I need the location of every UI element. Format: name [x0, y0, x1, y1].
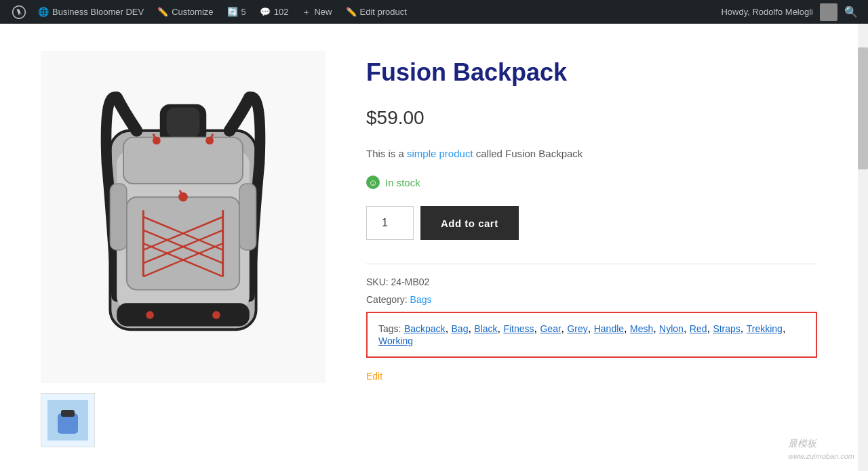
new-label: New — [314, 7, 332, 17]
product-sku: SKU: 24-MB02 — [366, 277, 817, 287]
tag-link[interactable]: Bag — [452, 323, 469, 334]
customize-item[interactable]: ✏️ Customize — [151, 0, 220, 24]
description-link[interactable]: simple product — [407, 148, 473, 159]
meta-divider — [366, 264, 817, 264]
tag-link[interactable]: Handle — [594, 323, 624, 334]
svg-rect-5 — [123, 138, 243, 184]
edit-product-item[interactable]: ✏️ Edit product — [339, 0, 414, 24]
edit-icon: ✏️ — [346, 7, 357, 17]
tags-label: Tags: — [378, 323, 401, 334]
product-image-svg — [54, 64, 312, 369]
howdy-text: Howdy, Rodolfo Melogli — [721, 7, 813, 17]
tag-link[interactable]: Nylon — [659, 323, 684, 334]
tag-link[interactable]: Grey — [567, 323, 587, 334]
new-item[interactable]: ＋ New — [295, 0, 338, 24]
site-name-item[interactable]: 🌐 Business Bloomer DEV — [31, 0, 151, 24]
wordpress-logo[interactable] — [7, 0, 31, 24]
tags-box: Tags: Backpack, Bag, Black, Fitness, Gea… — [366, 312, 817, 358]
edit-product-label: Edit product — [360, 7, 407, 17]
tag-link[interactable]: Red — [690, 323, 707, 334]
category-link[interactable]: Bags — [410, 294, 432, 305]
tag-link[interactable]: Trekking — [747, 323, 783, 334]
scrollbar-thumb[interactable] — [858, 47, 868, 169]
in-stock-icon: ☺ — [366, 176, 380, 189]
sku-value: 24-MB02 — [391, 277, 430, 287]
product-description: This is a simple product called Fusion B… — [366, 146, 817, 162]
tags-container: Backpack, Bag, Black, Fitness, Gear, Gre… — [378, 323, 785, 346]
svg-rect-15 — [117, 303, 250, 326]
product-details-column: Fusion Backpack $59.00 This is a simple … — [366, 51, 817, 447]
comments-item[interactable]: 💬 102 — [253, 0, 296, 24]
svg-point-17 — [212, 311, 220, 319]
add-to-cart-row: Add to cart — [366, 206, 817, 240]
tag-link[interactable]: Backpack — [404, 323, 446, 334]
svg-rect-14 — [239, 184, 256, 250]
product-price: $59.00 — [366, 107, 817, 129]
svg-rect-3 — [167, 108, 200, 138]
tag-link[interactable]: Gear — [540, 323, 561, 334]
product-category: Category: Bags — [366, 294, 817, 305]
edit-link[interactable]: Edit — [366, 371, 382, 382]
tag-link[interactable]: Fitness — [503, 323, 534, 334]
svg-point-16 — [146, 311, 154, 319]
customize-label: Customize — [172, 7, 213, 17]
updates-icon: 🔄 — [227, 7, 238, 17]
main-product-image[interactable] — [41, 51, 326, 383]
site-icon: 🌐 — [38, 7, 49, 17]
in-stock-text: In stock — [385, 177, 420, 188]
svg-rect-13 — [110, 184, 126, 250]
avatar[interactable] — [820, 3, 837, 21]
in-stock-badge: ☺ In stock — [366, 176, 817, 189]
customize-icon: ✏️ — [157, 7, 168, 17]
new-icon: ＋ — [302, 6, 311, 18]
search-icon[interactable]: 🔍 — [841, 0, 861, 24]
tag-link[interactable]: Working — [378, 335, 413, 346]
product-title: Fusion Backpack — [366, 58, 817, 87]
tag-link[interactable]: Straps — [713, 323, 740, 334]
scrollbar[interactable] — [858, 24, 868, 471]
admin-bar: 🌐 Business Bloomer DEV ✏️ Customize 🔄 5 … — [0, 0, 868, 24]
comments-count: 102 — [274, 7, 289, 17]
tag-link[interactable]: Black — [474, 323, 497, 334]
category-label: Category: — [366, 294, 408, 305]
svg-rect-20 — [61, 410, 75, 417]
tag-link[interactable]: Mesh — [630, 323, 653, 334]
product-thumbnail[interactable] — [41, 393, 95, 447]
add-to-cart-button[interactable]: Add to cart — [420, 206, 519, 240]
product-image-column — [41, 51, 326, 447]
site-name-label: Business Bloomer DEV — [52, 7, 144, 17]
updates-item[interactable]: 🔄 5 — [220, 0, 253, 24]
updates-count: 5 — [241, 7, 246, 17]
comments-icon: 💬 — [260, 7, 271, 17]
sku-label: SKU: — [366, 277, 389, 287]
thumbnail-row — [41, 393, 326, 447]
quantity-input[interactable] — [366, 206, 414, 240]
